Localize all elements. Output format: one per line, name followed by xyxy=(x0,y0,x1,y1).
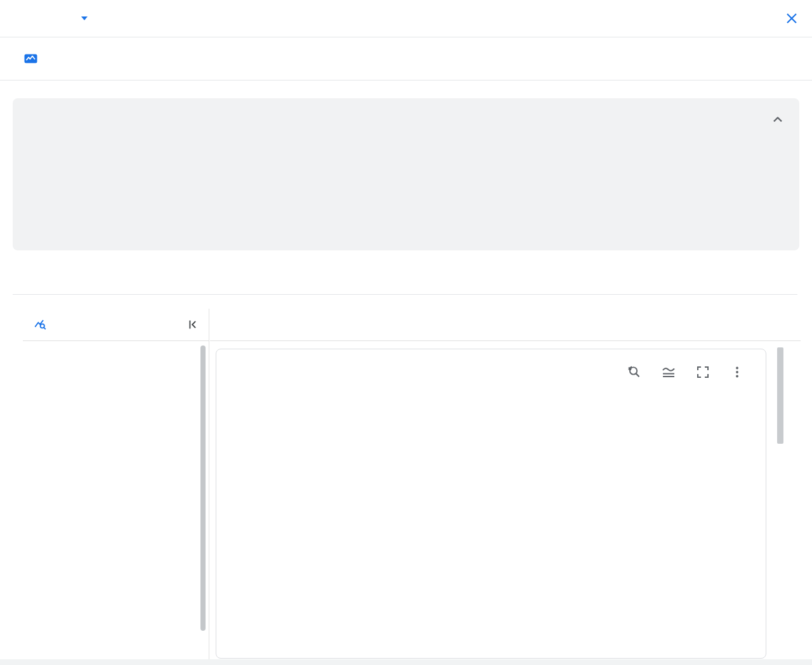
chart-card xyxy=(216,349,766,659)
close-icon[interactable] xyxy=(784,11,799,26)
top-bar xyxy=(0,0,812,37)
area-chart-icon[interactable] xyxy=(661,365,676,380)
zoom-reset-icon[interactable] xyxy=(627,365,642,380)
monitoring-chart-icon xyxy=(24,54,37,65)
chart-toolbar xyxy=(627,365,745,380)
more-options-icon[interactable] xyxy=(730,365,745,380)
cluster-details-page xyxy=(0,0,812,665)
view-in-cloud-monitoring-link[interactable] xyxy=(24,54,43,65)
collapse-panel-icon[interactable] xyxy=(186,318,200,332)
collapse-card-chevron-up-icon[interactable] xyxy=(770,112,785,127)
metrics-icon xyxy=(34,318,48,332)
sidebar-scrollbar[interactable] xyxy=(200,345,206,631)
chart-svg xyxy=(239,424,740,618)
time-range-dropdown[interactable] xyxy=(77,16,88,20)
metrics-sidebar-header xyxy=(23,309,209,341)
cluster-info-card xyxy=(13,98,799,250)
page-bottom-strip xyxy=(0,659,812,665)
metrics-sidebar xyxy=(23,309,209,659)
chevron-down-icon xyxy=(81,16,88,20)
secondary-toolbar xyxy=(0,38,812,81)
chart-plot[interactable] xyxy=(239,424,740,633)
vertical-scrollbar[interactable] xyxy=(777,347,783,444)
fullscreen-icon[interactable] xyxy=(695,365,710,380)
metric-panel-header xyxy=(210,309,801,341)
tabs xyxy=(13,266,797,295)
